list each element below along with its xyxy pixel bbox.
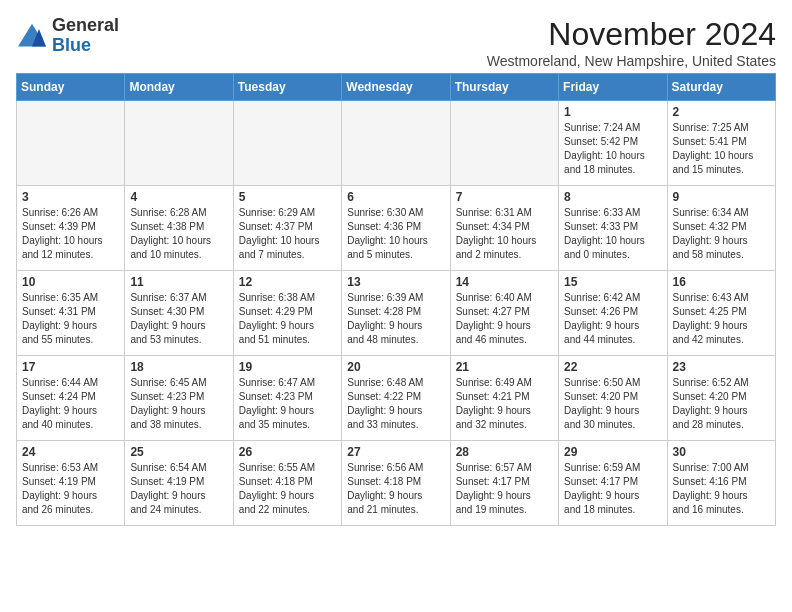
calendar-cell: 11Sunrise: 6:37 AM Sunset: 4:30 PM Dayli… xyxy=(125,271,233,356)
calendar-cell: 1Sunrise: 7:24 AM Sunset: 5:42 PM Daylig… xyxy=(559,101,667,186)
day-info: Sunrise: 6:48 AM Sunset: 4:22 PM Dayligh… xyxy=(347,376,444,432)
calendar-cell: 26Sunrise: 6:55 AM Sunset: 4:18 PM Dayli… xyxy=(233,441,341,526)
day-number: 28 xyxy=(456,445,553,459)
day-number: 8 xyxy=(564,190,661,204)
day-info: Sunrise: 6:42 AM Sunset: 4:26 PM Dayligh… xyxy=(564,291,661,347)
calendar-cell xyxy=(342,101,450,186)
day-header-tuesday: Tuesday xyxy=(233,74,341,101)
calendar-week-2: 10Sunrise: 6:35 AM Sunset: 4:31 PM Dayli… xyxy=(17,271,776,356)
page-header: General Blue November 2024 Westmoreland,… xyxy=(16,16,776,69)
calendar-table: SundayMondayTuesdayWednesdayThursdayFrid… xyxy=(16,73,776,526)
calendar-cell: 16Sunrise: 6:43 AM Sunset: 4:25 PM Dayli… xyxy=(667,271,775,356)
day-header-sunday: Sunday xyxy=(17,74,125,101)
day-number: 17 xyxy=(22,360,119,374)
day-number: 4 xyxy=(130,190,227,204)
calendar-week-0: 1Sunrise: 7:24 AM Sunset: 5:42 PM Daylig… xyxy=(17,101,776,186)
day-number: 20 xyxy=(347,360,444,374)
day-info: Sunrise: 6:53 AM Sunset: 4:19 PM Dayligh… xyxy=(22,461,119,517)
logo-text: General Blue xyxy=(52,16,119,56)
day-number: 19 xyxy=(239,360,336,374)
calendar-cell: 21Sunrise: 6:49 AM Sunset: 4:21 PM Dayli… xyxy=(450,356,558,441)
day-header-saturday: Saturday xyxy=(667,74,775,101)
calendar-cell xyxy=(125,101,233,186)
day-number: 11 xyxy=(130,275,227,289)
day-info: Sunrise: 6:38 AM Sunset: 4:29 PM Dayligh… xyxy=(239,291,336,347)
day-header-friday: Friday xyxy=(559,74,667,101)
calendar-cell: 9Sunrise: 6:34 AM Sunset: 4:32 PM Daylig… xyxy=(667,186,775,271)
calendar-cell xyxy=(233,101,341,186)
logo-icon xyxy=(16,22,48,50)
day-number: 10 xyxy=(22,275,119,289)
day-info: Sunrise: 6:44 AM Sunset: 4:24 PM Dayligh… xyxy=(22,376,119,432)
calendar-cell: 22Sunrise: 6:50 AM Sunset: 4:20 PM Dayli… xyxy=(559,356,667,441)
day-number: 27 xyxy=(347,445,444,459)
day-number: 3 xyxy=(22,190,119,204)
day-header-wednesday: Wednesday xyxy=(342,74,450,101)
day-info: Sunrise: 6:28 AM Sunset: 4:38 PM Dayligh… xyxy=(130,206,227,262)
calendar-cell: 3Sunrise: 6:26 AM Sunset: 4:39 PM Daylig… xyxy=(17,186,125,271)
calendar-week-3: 17Sunrise: 6:44 AM Sunset: 4:24 PM Dayli… xyxy=(17,356,776,441)
calendar-cell: 2Sunrise: 7:25 AM Sunset: 5:41 PM Daylig… xyxy=(667,101,775,186)
calendar-cell: 24Sunrise: 6:53 AM Sunset: 4:19 PM Dayli… xyxy=(17,441,125,526)
calendar-week-1: 3Sunrise: 6:26 AM Sunset: 4:39 PM Daylig… xyxy=(17,186,776,271)
day-info: Sunrise: 6:47 AM Sunset: 4:23 PM Dayligh… xyxy=(239,376,336,432)
day-number: 30 xyxy=(673,445,770,459)
day-number: 5 xyxy=(239,190,336,204)
day-info: Sunrise: 6:56 AM Sunset: 4:18 PM Dayligh… xyxy=(347,461,444,517)
day-info: Sunrise: 6:50 AM Sunset: 4:20 PM Dayligh… xyxy=(564,376,661,432)
calendar-cell: 4Sunrise: 6:28 AM Sunset: 4:38 PM Daylig… xyxy=(125,186,233,271)
day-number: 7 xyxy=(456,190,553,204)
day-info: Sunrise: 6:26 AM Sunset: 4:39 PM Dayligh… xyxy=(22,206,119,262)
day-info: Sunrise: 7:24 AM Sunset: 5:42 PM Dayligh… xyxy=(564,121,661,177)
calendar-cell: 13Sunrise: 6:39 AM Sunset: 4:28 PM Dayli… xyxy=(342,271,450,356)
day-info: Sunrise: 6:40 AM Sunset: 4:27 PM Dayligh… xyxy=(456,291,553,347)
day-header-monday: Monday xyxy=(125,74,233,101)
day-info: Sunrise: 6:30 AM Sunset: 4:36 PM Dayligh… xyxy=(347,206,444,262)
day-info: Sunrise: 6:52 AM Sunset: 4:20 PM Dayligh… xyxy=(673,376,770,432)
day-number: 24 xyxy=(22,445,119,459)
day-number: 14 xyxy=(456,275,553,289)
day-info: Sunrise: 6:39 AM Sunset: 4:28 PM Dayligh… xyxy=(347,291,444,347)
day-number: 1 xyxy=(564,105,661,119)
calendar-cell: 12Sunrise: 6:38 AM Sunset: 4:29 PM Dayli… xyxy=(233,271,341,356)
day-number: 9 xyxy=(673,190,770,204)
calendar-cell xyxy=(450,101,558,186)
day-number: 15 xyxy=(564,275,661,289)
calendar-cell xyxy=(17,101,125,186)
day-number: 13 xyxy=(347,275,444,289)
day-info: Sunrise: 7:00 AM Sunset: 4:16 PM Dayligh… xyxy=(673,461,770,517)
day-number: 29 xyxy=(564,445,661,459)
calendar-cell: 18Sunrise: 6:45 AM Sunset: 4:23 PM Dayli… xyxy=(125,356,233,441)
day-info: Sunrise: 6:55 AM Sunset: 4:18 PM Dayligh… xyxy=(239,461,336,517)
day-info: Sunrise: 6:29 AM Sunset: 4:37 PM Dayligh… xyxy=(239,206,336,262)
day-info: Sunrise: 6:49 AM Sunset: 4:21 PM Dayligh… xyxy=(456,376,553,432)
calendar-cell: 7Sunrise: 6:31 AM Sunset: 4:34 PM Daylig… xyxy=(450,186,558,271)
calendar-cell: 25Sunrise: 6:54 AM Sunset: 4:19 PM Dayli… xyxy=(125,441,233,526)
day-header-thursday: Thursday xyxy=(450,74,558,101)
month-title: November 2024 xyxy=(487,16,776,53)
day-info: Sunrise: 6:35 AM Sunset: 4:31 PM Dayligh… xyxy=(22,291,119,347)
calendar-cell: 29Sunrise: 6:59 AM Sunset: 4:17 PM Dayli… xyxy=(559,441,667,526)
day-number: 18 xyxy=(130,360,227,374)
day-info: Sunrise: 6:59 AM Sunset: 4:17 PM Dayligh… xyxy=(564,461,661,517)
calendar-cell: 30Sunrise: 7:00 AM Sunset: 4:16 PM Dayli… xyxy=(667,441,775,526)
day-info: Sunrise: 6:31 AM Sunset: 4:34 PM Dayligh… xyxy=(456,206,553,262)
calendar-cell: 10Sunrise: 6:35 AM Sunset: 4:31 PM Dayli… xyxy=(17,271,125,356)
day-number: 2 xyxy=(673,105,770,119)
location: Westmoreland, New Hampshire, United Stat… xyxy=(487,53,776,69)
day-info: Sunrise: 6:33 AM Sunset: 4:33 PM Dayligh… xyxy=(564,206,661,262)
calendar-cell: 28Sunrise: 6:57 AM Sunset: 4:17 PM Dayli… xyxy=(450,441,558,526)
day-number: 26 xyxy=(239,445,336,459)
day-number: 6 xyxy=(347,190,444,204)
calendar-week-4: 24Sunrise: 6:53 AM Sunset: 4:19 PM Dayli… xyxy=(17,441,776,526)
calendar-cell: 5Sunrise: 6:29 AM Sunset: 4:37 PM Daylig… xyxy=(233,186,341,271)
day-info: Sunrise: 6:37 AM Sunset: 4:30 PM Dayligh… xyxy=(130,291,227,347)
day-info: Sunrise: 6:54 AM Sunset: 4:19 PM Dayligh… xyxy=(130,461,227,517)
day-number: 22 xyxy=(564,360,661,374)
title-block: November 2024 Westmoreland, New Hampshir… xyxy=(487,16,776,69)
day-number: 21 xyxy=(456,360,553,374)
calendar-cell: 6Sunrise: 6:30 AM Sunset: 4:36 PM Daylig… xyxy=(342,186,450,271)
days-header-row: SundayMondayTuesdayWednesdayThursdayFrid… xyxy=(17,74,776,101)
calendar-cell: 14Sunrise: 6:40 AM Sunset: 4:27 PM Dayli… xyxy=(450,271,558,356)
day-number: 16 xyxy=(673,275,770,289)
